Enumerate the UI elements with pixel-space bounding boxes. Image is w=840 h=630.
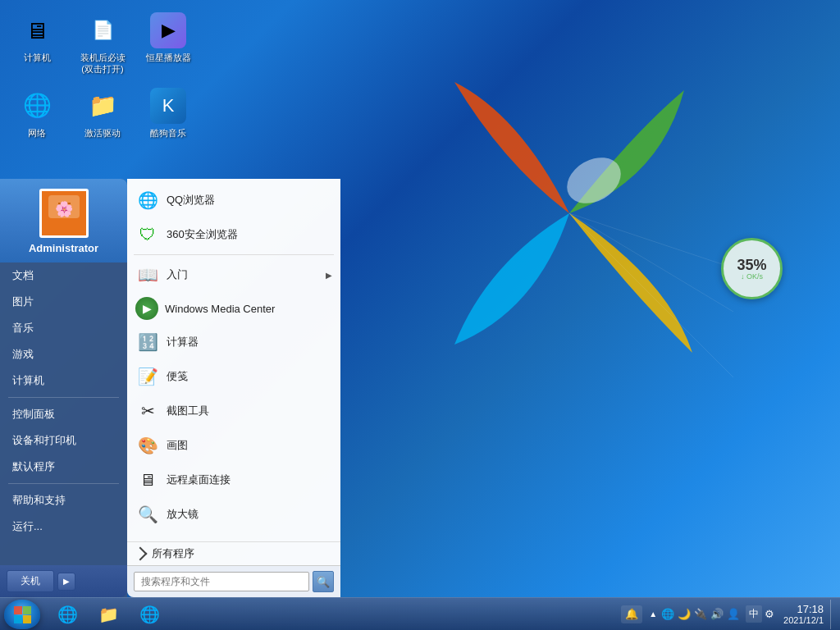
remote-desktop-icon: 🖥 <box>135 468 160 492</box>
right-item-pictures[interactable]: 图片 <box>0 289 127 315</box>
desktop-icon-row-2: 🌐 网络 📁 激活驱动 K 酷狗音乐 <box>8 84 197 143</box>
tray-action-center[interactable]: 🔔 <box>624 607 639 622</box>
start-orb <box>4 600 40 629</box>
desktop-icon-network[interactable]: 🌐 网络 <box>8 84 66 143</box>
start-menu-left: 🌐 QQ浏览器 🛡 360安全浏览器 📖 入门 ▶ ▶ <box>127 179 340 597</box>
driver-label: 激活驱动 <box>84 127 121 139</box>
svg-text:🌸: 🌸 <box>55 200 74 218</box>
desktop-icon-computer[interactable]: 🖥 计算机 <box>8 8 66 80</box>
left-item-magnifier[interactable]: 🔍 放大镜 <box>127 497 340 532</box>
intro-arrow: ▶ <box>326 271 332 280</box>
right-divider-2 <box>8 483 119 484</box>
show-desktop-button[interactable] <box>830 600 837 629</box>
right-item-default-programs[interactable]: 默认程序 <box>0 454 127 480</box>
tray-moon-icon[interactable]: 🌙 <box>677 607 692 622</box>
taskbar: 🌐 📁 🌐 🔔 ▲ 🌐 🌙 🔌 🔊 👤 中 ⚙ <box>0 597 840 630</box>
desktop-icon-hengxing[interactable]: ▶ 恒星播放器 <box>139 8 197 80</box>
left-item-sticky-notes[interactable]: 📝 便笺 <box>127 359 340 394</box>
paint-icon: 🎨 <box>135 433 160 458</box>
left-pinned-items: 🌐 QQ浏览器 🛡 360安全浏览器 📖 入门 ▶ ▶ <box>127 179 340 541</box>
user-name: Administrator <box>29 242 98 254</box>
left-item-wmc[interactable]: ▶ Windows Media Center <box>127 292 340 325</box>
tray-settings-icon[interactable]: ⚙ <box>762 607 777 622</box>
tray-ie-icon[interactable]: 🌐 <box>660 607 675 622</box>
search-button[interactable]: 🔍 <box>313 571 334 592</box>
speed-down: ↓ OK/s <box>741 272 763 281</box>
notification-icons: 🔔 <box>621 605 642 623</box>
left-item-baidu[interactable]: 🐾 百度一下 <box>127 532 340 541</box>
computer-icon: 🖥 <box>19 12 55 48</box>
user-profile: 🌸 Administrator <box>0 179 127 262</box>
install-readme-icon: 📄 <box>84 12 121 48</box>
computer-label: 计算机 <box>24 52 51 63</box>
taskbar-app-ie2[interactable]: 🌐 <box>130 600 169 628</box>
svg-rect-8 <box>14 606 22 614</box>
qqmusic-label: 酷狗音乐 <box>150 127 186 139</box>
clock-time: 17:18 <box>783 603 824 615</box>
right-item-run[interactable]: 运行... <box>0 514 127 540</box>
tray-expand-button[interactable]: ▲ <box>647 609 659 619</box>
sys-tray: ▲ 🌐 🌙 🔌 🔊 👤 <box>642 607 746 622</box>
start-button[interactable] <box>0 598 44 631</box>
desktop-icon-qqmusic[interactable]: K 酷狗音乐 <box>139 84 197 143</box>
snip-tool-icon: ✂ <box>135 399 160 423</box>
right-item-help[interactable]: 帮助和支持 <box>0 487 127 514</box>
all-programs-item[interactable]: 所有程序 <box>127 541 340 565</box>
driver-icon: 📁 <box>84 88 121 124</box>
taskbar-app-ie[interactable]: 🌐 <box>48 600 87 628</box>
left-item-intro[interactable]: 📖 入门 ▶ <box>127 258 340 292</box>
start-menu: 🌸 Administrator 文档 图片 音乐 游戏 计算机 控制面板 设备和… <box>0 179 340 597</box>
shutdown-button[interactable]: 关机 <box>7 570 54 592</box>
speed-percent: 35% <box>737 258 766 272</box>
tray-user-icon[interactable]: 👤 <box>726 607 741 622</box>
right-item-devices-printers[interactable]: 设备和打印机 <box>0 427 127 454</box>
tray-volume-icon[interactable]: 🔊 <box>710 607 724 622</box>
hengxing-icon: ▶ <box>150 12 186 48</box>
left-item-qq-browser[interactable]: 🌐 QQ浏览器 <box>127 183 340 217</box>
svg-rect-11 <box>23 615 31 623</box>
taskbar-apps: 🌐 📁 🌐 <box>44 598 172 630</box>
left-item-remote-desktop[interactable]: 🖥 远程桌面连接 <box>127 463 340 497</box>
right-item-computer[interactable]: 计算机 <box>0 368 127 394</box>
taskbar-app-explorer[interactable]: 📁 <box>89 600 128 628</box>
desktop-icon-install-readme[interactable]: 📄 装机后必读(双击打开) <box>74 8 131 80</box>
install-readme-label: 装机后必读(双击打开) <box>76 52 129 75</box>
hengxing-label: 恒星播放器 <box>146 52 191 63</box>
right-item-games[interactable]: 游戏 <box>0 341 127 368</box>
desktop-icon-driver[interactable]: 📁 激活驱动 <box>74 84 131 143</box>
magnifier-icon: 🔍 <box>135 502 160 527</box>
clock[interactable]: 17:18 2021/12/1 <box>777 601 830 627</box>
clock-date: 2021/12/1 <box>783 615 824 625</box>
network-label: 网络 <box>28 127 46 139</box>
left-item-snip-tool[interactable]: ✂ 截图工具 <box>127 394 340 428</box>
360-browser-icon: 🛡 <box>135 222 160 247</box>
qqmusic-icon: K <box>150 88 186 124</box>
sticky-notes-icon: 📝 <box>135 364 160 389</box>
calculator-icon: 🔢 <box>135 330 160 354</box>
svg-rect-9 <box>23 606 31 614</box>
shutdown-arrow[interactable]: ▶ <box>57 573 75 591</box>
right-item-music[interactable]: 音乐 <box>0 315 127 341</box>
input-language[interactable]: 中 <box>746 605 762 623</box>
tray-power-icon[interactable]: 🔌 <box>693 607 708 622</box>
network-icon: 🌐 <box>19 88 55 124</box>
right-divider-1 <box>8 397 119 398</box>
left-divider-1 <box>134 254 334 255</box>
left-item-360-browser[interactable]: 🛡 360安全浏览器 <box>127 217 340 252</box>
search-bar: 🔍 <box>127 565 340 597</box>
svg-line-2 <box>569 213 733 295</box>
left-item-paint[interactable]: 🎨 画图 <box>127 428 340 463</box>
windows-logo <box>405 49 733 377</box>
wmc-icon: ▶ <box>135 297 158 320</box>
all-programs-arrow-icon <box>134 547 148 561</box>
intro-icon: 📖 <box>135 262 160 287</box>
qq-browser-icon: 🌐 <box>135 188 160 212</box>
shutdown-bar: 关机 ▶ <box>0 565 127 597</box>
start-menu-right: 🌸 Administrator 文档 图片 音乐 游戏 计算机 控制面板 设备和… <box>0 179 127 597</box>
user-avatar: 🌸 <box>39 189 89 238</box>
desktop-icon-row-1: 🖥 计算机 📄 装机后必读(双击打开) ▶ 恒星播放器 <box>8 8 197 80</box>
search-input[interactable] <box>134 572 309 591</box>
right-item-control-panel[interactable]: 控制面板 <box>0 401 127 427</box>
right-item-docs[interactable]: 文档 <box>0 262 127 289</box>
left-item-calculator[interactable]: 🔢 计算器 <box>127 325 340 359</box>
